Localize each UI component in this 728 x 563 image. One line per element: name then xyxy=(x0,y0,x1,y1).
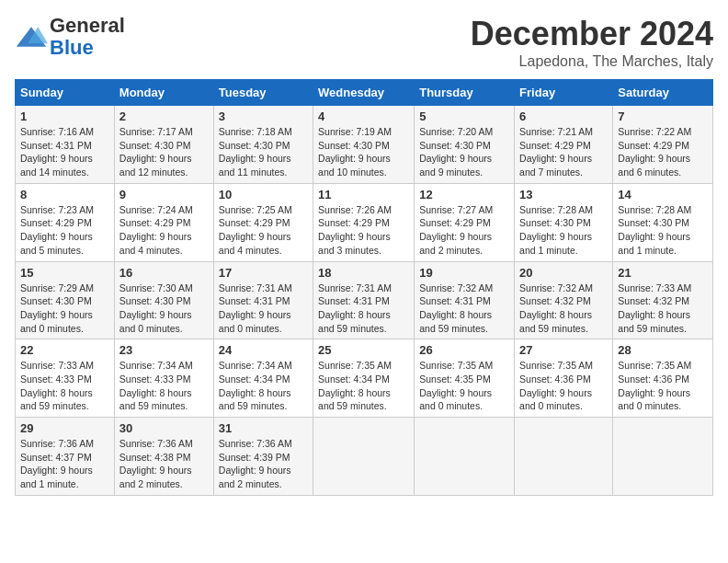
day-number: 6 xyxy=(519,109,608,123)
day-number: 2 xyxy=(119,109,209,123)
day-number: 15 xyxy=(20,266,109,280)
day-info: Sunrise: 7:36 AMSunset: 4:38 PMDaylight:… xyxy=(119,438,193,489)
day-info: Sunrise: 7:35 AMSunset: 4:36 PMDaylight:… xyxy=(618,360,691,411)
calendar-cell: 18 Sunrise: 7:31 AMSunset: 4:31 PMDaylig… xyxy=(313,261,415,339)
day-number: 23 xyxy=(119,343,209,357)
col-wednesday: Wednesday xyxy=(313,80,415,106)
day-info: Sunrise: 7:34 AMSunset: 4:34 PMDaylight:… xyxy=(219,360,292,411)
calendar-cell: 28 Sunrise: 7:35 AMSunset: 4:36 PMDaylig… xyxy=(613,339,713,418)
day-number: 27 xyxy=(519,343,608,357)
calendar-cell: 23 Sunrise: 7:34 AMSunset: 4:33 PMDaylig… xyxy=(114,339,213,418)
logo-icon xyxy=(15,20,48,53)
calendar-cell: 29 Sunrise: 7:36 AMSunset: 4:37 PMDaylig… xyxy=(16,418,115,496)
calendar-cell: 21 Sunrise: 7:33 AMSunset: 4:32 PMDaylig… xyxy=(613,261,713,339)
day-number: 29 xyxy=(20,421,109,435)
day-info: Sunrise: 7:16 AMSunset: 4:31 PMDaylight:… xyxy=(20,126,94,178)
calendar-cell: 24 Sunrise: 7:34 AMSunset: 4:34 PMDaylig… xyxy=(213,339,313,418)
day-number: 8 xyxy=(20,188,109,201)
day-info: Sunrise: 7:32 AMSunset: 4:31 PMDaylight:… xyxy=(419,282,493,334)
day-info: Sunrise: 7:21 AMSunset: 4:29 PMDaylight:… xyxy=(519,126,593,178)
day-number: 12 xyxy=(419,188,509,201)
calendar-cell: 9 Sunrise: 7:24 AMSunset: 4:29 PMDayligh… xyxy=(114,183,213,261)
month-year-title: December 2024 xyxy=(471,15,713,53)
calendar-cell: 7 Sunrise: 7:22 AMSunset: 4:29 PMDayligh… xyxy=(613,106,713,184)
day-info: Sunrise: 7:20 AMSunset: 4:30 PMDaylight:… xyxy=(419,126,493,178)
day-number: 5 xyxy=(419,109,509,123)
day-info: Sunrise: 7:28 AMSunset: 4:30 PMDaylight:… xyxy=(519,204,593,256)
calendar-cell: 11 Sunrise: 7:26 AMSunset: 4:29 PMDaylig… xyxy=(313,183,415,261)
day-number: 3 xyxy=(219,109,308,123)
day-number: 1 xyxy=(20,109,109,123)
day-info: Sunrise: 7:33 AMSunset: 4:33 PMDaylight:… xyxy=(20,360,94,411)
calendar-cell: 1 Sunrise: 7:16 AMSunset: 4:31 PMDayligh… xyxy=(16,106,115,184)
location-subtitle: Lapedona, The Marches, Italy xyxy=(471,53,713,70)
calendar-cell: 16 Sunrise: 7:30 AMSunset: 4:30 PMDaylig… xyxy=(114,261,213,339)
col-saturday: Saturday xyxy=(613,80,713,106)
day-info: Sunrise: 7:34 AMSunset: 4:33 PMDaylight:… xyxy=(119,360,193,411)
calendar-cell: 6 Sunrise: 7:21 AMSunset: 4:29 PMDayligh… xyxy=(515,106,613,184)
day-number: 28 xyxy=(618,343,708,357)
day-number: 31 xyxy=(219,421,308,435)
day-info: Sunrise: 7:36 AMSunset: 4:39 PMDaylight:… xyxy=(219,438,292,489)
calendar-header-row: Sunday Monday Tuesday Wednesday Thursday… xyxy=(16,80,713,106)
day-number: 17 xyxy=(219,266,308,280)
day-number: 16 xyxy=(119,266,209,280)
calendar-cell: 8 Sunrise: 7:23 AMSunset: 4:29 PMDayligh… xyxy=(16,183,115,261)
calendar-cell: 13 Sunrise: 7:28 AMSunset: 4:30 PMDaylig… xyxy=(515,183,613,261)
logo-general-text: General xyxy=(50,14,125,37)
calendar-cell xyxy=(313,418,415,496)
calendar-cell: 10 Sunrise: 7:25 AMSunset: 4:29 PMDaylig… xyxy=(213,183,313,261)
day-info: Sunrise: 7:19 AMSunset: 4:30 PMDaylight:… xyxy=(318,126,392,178)
day-info: Sunrise: 7:30 AMSunset: 4:30 PMDaylight:… xyxy=(119,282,193,334)
calendar-week-row: 15 Sunrise: 7:29 AMSunset: 4:30 PMDaylig… xyxy=(16,261,713,339)
calendar-cell: 22 Sunrise: 7:33 AMSunset: 4:33 PMDaylig… xyxy=(16,339,115,418)
col-friday: Friday xyxy=(515,80,613,106)
day-info: Sunrise: 7:35 AMSunset: 4:34 PMDaylight:… xyxy=(318,360,392,411)
calendar-cell: 3 Sunrise: 7:18 AMSunset: 4:30 PMDayligh… xyxy=(213,106,313,184)
day-info: Sunrise: 7:23 AMSunset: 4:29 PMDaylight:… xyxy=(20,204,94,256)
calendar-cell: 12 Sunrise: 7:27 AMSunset: 4:29 PMDaylig… xyxy=(415,183,515,261)
day-info: Sunrise: 7:24 AMSunset: 4:29 PMDaylight:… xyxy=(119,204,193,256)
day-number: 20 xyxy=(519,266,608,280)
calendar-cell: 15 Sunrise: 7:29 AMSunset: 4:30 PMDaylig… xyxy=(16,261,115,339)
calendar-cell: 26 Sunrise: 7:35 AMSunset: 4:35 PMDaylig… xyxy=(415,339,515,418)
page-header: General Blue December 2024 Lapedona, The… xyxy=(15,15,713,70)
calendar-cell: 2 Sunrise: 7:17 AMSunset: 4:30 PMDayligh… xyxy=(114,106,213,184)
day-info: Sunrise: 7:36 AMSunset: 4:37 PMDaylight:… xyxy=(20,438,94,489)
calendar-week-row: 1 Sunrise: 7:16 AMSunset: 4:31 PMDayligh… xyxy=(16,106,713,184)
day-number: 18 xyxy=(318,266,409,280)
col-sunday: Sunday xyxy=(16,80,115,106)
logo: General Blue xyxy=(15,15,125,59)
calendar-week-row: 22 Sunrise: 7:33 AMSunset: 4:33 PMDaylig… xyxy=(16,339,713,418)
day-info: Sunrise: 7:28 AMSunset: 4:30 PMDaylight:… xyxy=(618,204,691,256)
calendar-cell: 19 Sunrise: 7:32 AMSunset: 4:31 PMDaylig… xyxy=(415,261,515,339)
day-number: 7 xyxy=(618,109,708,123)
col-monday: Monday xyxy=(114,80,213,106)
calendar-cell: 25 Sunrise: 7:35 AMSunset: 4:34 PMDaylig… xyxy=(313,339,415,418)
calendar-cell: 20 Sunrise: 7:32 AMSunset: 4:32 PMDaylig… xyxy=(515,261,613,339)
day-number: 26 xyxy=(419,343,509,357)
day-number: 19 xyxy=(419,266,509,280)
col-tuesday: Tuesday xyxy=(213,80,313,106)
calendar-cell: 27 Sunrise: 7:35 AMSunset: 4:36 PMDaylig… xyxy=(515,339,613,418)
day-info: Sunrise: 7:27 AMSunset: 4:29 PMDaylight:… xyxy=(419,204,493,256)
calendar-week-row: 29 Sunrise: 7:36 AMSunset: 4:37 PMDaylig… xyxy=(16,418,713,496)
day-info: Sunrise: 7:26 AMSunset: 4:29 PMDaylight:… xyxy=(318,204,392,256)
day-number: 25 xyxy=(318,343,409,357)
day-number: 4 xyxy=(318,109,409,123)
day-number: 24 xyxy=(219,343,308,357)
day-number: 30 xyxy=(119,421,209,435)
day-number: 21 xyxy=(618,266,708,280)
day-info: Sunrise: 7:25 AMSunset: 4:29 PMDaylight:… xyxy=(219,204,292,256)
day-info: Sunrise: 7:29 AMSunset: 4:30 PMDaylight:… xyxy=(20,282,94,334)
day-info: Sunrise: 7:31 AMSunset: 4:31 PMDaylight:… xyxy=(318,282,392,334)
calendar-cell: 5 Sunrise: 7:20 AMSunset: 4:30 PMDayligh… xyxy=(415,106,515,184)
calendar-cell: 4 Sunrise: 7:19 AMSunset: 4:30 PMDayligh… xyxy=(313,106,415,184)
calendar-cell: 17 Sunrise: 7:31 AMSunset: 4:31 PMDaylig… xyxy=(213,261,313,339)
day-info: Sunrise: 7:35 AMSunset: 4:35 PMDaylight:… xyxy=(419,360,493,411)
calendar-week-row: 8 Sunrise: 7:23 AMSunset: 4:29 PMDayligh… xyxy=(16,183,713,261)
calendar-cell xyxy=(515,418,613,496)
day-number: 10 xyxy=(219,188,308,201)
day-number: 9 xyxy=(119,188,209,201)
day-info: Sunrise: 7:31 AMSunset: 4:31 PMDaylight:… xyxy=(219,282,292,334)
